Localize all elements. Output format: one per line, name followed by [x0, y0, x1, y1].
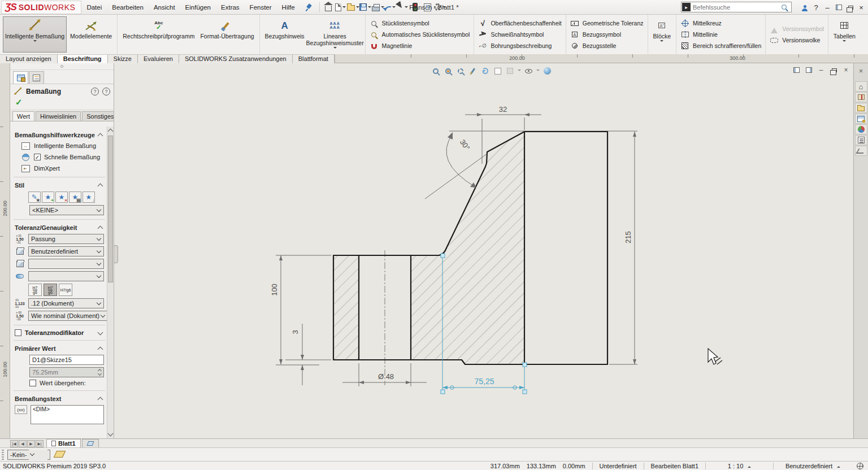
note-button[interactable]: A Bezugshinweis — [263, 16, 307, 53]
custom-properties-button[interactable] — [855, 135, 867, 145]
menu-datei[interactable]: Datei — [81, 1, 107, 14]
spin-down-icon[interactable] — [97, 372, 101, 376]
dropdown-arrow[interactable] — [333, 47, 337, 50]
command-search[interactable]: ▸ Befehlssuche — [681, 2, 792, 12]
auto-balloon-button[interactable]: Automatisches Stücklistensymbol — [370, 29, 470, 40]
format-painter-button[interactable]: Format-Übertragung — [198, 16, 256, 53]
tab-sonstiges[interactable]: Sonstiges — [82, 111, 114, 121]
dim-text-100[interactable]: 100 — [270, 284, 279, 296]
balloon-button[interactable]: Stücklistensymbol — [370, 18, 470, 29]
magnetic-line-button[interactable]: Magnetlinie — [370, 41, 470, 51]
minimize-button[interactable]: – — [822, 2, 833, 13]
layer-properties-icon[interactable] — [55, 452, 66, 458]
annotation-scale-button[interactable] — [468, 66, 478, 76]
menu-hilfe[interactable]: Hilfe — [277, 1, 300, 14]
tab-hinweislinien[interactable]: Hinweislinien — [36, 111, 81, 121]
fit-classification-dropdown[interactable]: Benutzerdefiniert — [28, 246, 104, 256]
dimension-3[interactable]: 3 — [291, 324, 304, 385]
dimension-text-position-button[interactable]: (xx) — [15, 405, 27, 414]
tolerance-modifier-checkbox[interactable] — [15, 329, 21, 336]
section-primary-value-header[interactable]: Primärer Wert — [14, 343, 105, 354]
datum-feature-button[interactable]: ABezugssymbol — [570, 29, 644, 40]
centerline-button[interactable]: Mittellinie — [680, 29, 761, 40]
fit-stacked-button[interactable]: H7g6 — [28, 284, 42, 296]
home-tab-button[interactable]: ⌂ — [855, 81, 867, 92]
last-sheet-button[interactable]: ▶| — [36, 440, 44, 447]
dim-text-bore[interactable]: Ø 48 — [378, 372, 394, 381]
quick-dimension-row[interactable]: ✓ Schnelle Bemaßung — [14, 151, 105, 163]
tab-layout-anzeigen[interactable]: Layout anzeigen — [0, 54, 58, 63]
dim-text-selected[interactable]: 75,25 — [474, 377, 494, 386]
dimension-215[interactable]: 215 — [624, 132, 636, 364]
style-dropdown[interactable]: <KEINE> — [29, 205, 104, 215]
tab-blattformat[interactable]: Blattformat — [293, 54, 335, 63]
dropdown-arrow[interactable] — [442, 6, 446, 10]
tab-zusatzanwendungen[interactable]: SOLIDWORKS Zusatzanwendungen — [179, 54, 293, 63]
dimension-100[interactable]: 100 — [270, 255, 283, 364]
next-sheet-button[interactable]: ▶ — [27, 440, 35, 447]
style-apply-default-button[interactable]: ✎★ — [28, 192, 41, 203]
fit-stacked-selected-button[interactable]: H7g6 — [44, 284, 57, 296]
home-button[interactable] — [322, 2, 335, 13]
tab-skizze[interactable]: Skizze — [108, 54, 138, 63]
undo-button[interactable] — [384, 2, 397, 13]
new-file-button[interactable] — [335, 2, 347, 13]
shaft-fit-dropdown[interactable] — [28, 271, 104, 281]
sheet-properties-button[interactable] — [493, 66, 502, 76]
smart-dimension-button[interactable]: Intelligente Bemaßung — [3, 16, 67, 53]
style-load-button[interactable]: ★↓ — [83, 192, 95, 203]
scrollbar-thumb[interactable] — [108, 136, 113, 282]
cascade-button[interactable] — [844, 2, 856, 13]
section-tolerance-header[interactable]: Toleranz/Genauigkeit — [14, 223, 105, 233]
weld-symbol-button[interactable]: Schweißnahtsymbol — [478, 29, 561, 40]
status-sheet-scale[interactable]: 1 : 10 — [705, 463, 773, 469]
whats-new-icon[interactable]: ? — [91, 88, 99, 95]
save-button[interactable] — [359, 2, 372, 13]
dimension-text-box[interactable]: <DIM> — [31, 405, 104, 424]
area-hatch-button[interactable]: Bereich schraffieren/füllen — [680, 41, 761, 51]
geometric-tolerance-button[interactable]: Geometrische Toleranz — [570, 18, 644, 29]
zoom-selection-button[interactable] — [455, 66, 465, 76]
property-manager-tab[interactable] — [13, 71, 28, 84]
graphics-area[interactable]: 32 30° 215 100 — [114, 63, 853, 438]
options-list-button[interactable] — [422, 2, 434, 13]
panel-splitter-handle[interactable] — [114, 245, 118, 263]
task-pane-close-icon[interactable]: × — [854, 63, 868, 81]
collapse-icon[interactable] — [98, 397, 103, 403]
quick-dimension-checkbox[interactable]: ✓ — [34, 154, 41, 160]
hole-fit-dropdown[interactable] — [28, 259, 104, 269]
revision-cloud-button[interactable]: Versionswolke — [770, 35, 824, 46]
scale-popup-icon[interactable] — [748, 464, 751, 468]
expand-icon[interactable] — [98, 329, 103, 335]
tab-evaluieren[interactable]: Evaluieren — [138, 54, 179, 63]
status-units[interactable]: Benutzerdefiniert — [773, 463, 852, 469]
dimension-angle-30[interactable]: 30° — [446, 132, 476, 188]
menu-einfuegen[interactable]: Einfügen — [180, 1, 216, 14]
forming-tools-button[interactable] — [855, 146, 867, 156]
unit-precision-dropdown[interactable]: .12 (Dokument) — [28, 298, 104, 308]
style-add-button[interactable]: ★+ — [42, 192, 54, 203]
collapse-icon[interactable] — [98, 226, 103, 232]
smart-dimension-row[interactable]: ↔ Intelligente Bemaßung — [14, 140, 105, 151]
hide-show-items-button[interactable] — [524, 66, 533, 76]
hole-callout-button[interactable]: ⌐∅Bohrungsbeschreibung — [478, 41, 561, 51]
dropdown-arrow[interactable] — [342, 6, 346, 10]
help-button[interactable]: ? — [810, 2, 822, 13]
surface-finish-button[interactable]: √Oberflächenbeschaffenheit — [478, 18, 561, 29]
dim-text-30deg[interactable]: 30° — [458, 138, 472, 152]
search-placeholder[interactable]: Befehlssuche — [693, 4, 782, 11]
options-button[interactable] — [434, 2, 446, 13]
select-button[interactable] — [397, 2, 409, 13]
rotate-view-button[interactable] — [480, 66, 490, 76]
performance-button[interactable] — [409, 2, 422, 13]
tab-wert[interactable]: Wert — [12, 111, 34, 121]
layer-dropdown[interactable]: -Kein- — [7, 450, 50, 460]
pane-right-button[interactable] — [805, 67, 813, 73]
tolerance-precision-dropdown[interactable]: Wie nominal (Dokument) — [28, 311, 108, 321]
design-library-button[interactable] — [855, 114, 867, 124]
tab-beschriftung[interactable]: Beschriftung — [58, 54, 108, 63]
scroll-down-icon[interactable] — [108, 431, 114, 437]
add-sheet-tab[interactable] — [82, 439, 99, 447]
tables-button[interactable]: Tabellen — [831, 16, 858, 53]
dropdown-arrow[interactable] — [536, 69, 540, 73]
